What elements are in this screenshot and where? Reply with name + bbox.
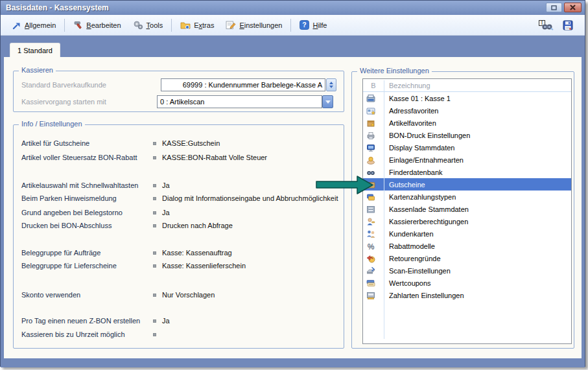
page: Kassieren Standard Barverkaufkunde 69999… — [4, 57, 582, 358]
standard-barverkaufkunde-input[interactable]: 69999 : Kundennummer Barbelege-Kasse A — [161, 78, 325, 91]
info-row: Skonto verwendenNur Vorschlagen — [21, 290, 338, 299]
close-icon — [569, 4, 576, 11]
window-title: Basisdaten - Kassensystem — [6, 3, 109, 12]
spin-down-icon — [329, 86, 333, 88]
titlebar: Basisdaten - Kassensystem — [1, 1, 585, 15]
info-row: Artikel voller Steuersatz BON-RabattKASS… — [21, 153, 338, 162]
column-divider — [384, 80, 384, 339]
app-window: Basisdaten - Kassensystem Allgemein — [0, 0, 585, 367]
bullet-icon — [153, 319, 156, 323]
chevron-down-icon — [325, 100, 331, 104]
bullet-icon — [153, 197, 156, 200]
menu-separator — [64, 19, 65, 32]
bullet-icon — [153, 333, 156, 336]
hammer-icon — [73, 20, 83, 30]
menu-separator — [171, 19, 172, 32]
address-star-icon — [366, 106, 375, 115]
save-icon[interactable] — [563, 20, 573, 30]
list-item-artikelfavoriten[interactable]: Artikelfavoriten — [363, 117, 571, 129]
column-header-b: B — [363, 82, 384, 89]
list-item-kassiererberechtigungen[interactable]: Kassiererberechtigungen — [363, 215, 571, 227]
info-row: Artikel für GutscheineKASSE:Gutschein — [21, 139, 338, 148]
list-item-einlage-entnahmearten[interactable]: Einlage/Entnahmearten — [363, 154, 571, 166]
list-item-kassenlade-stammdaten[interactable]: Kassenlade Stammdaten — [363, 203, 571, 215]
kassiervorgang-dropdown[interactable]: 0 : Artikelscan — [157, 95, 322, 108]
bullet-icon — [153, 224, 156, 227]
tab-standard[interactable]: 1 Standard — [10, 43, 60, 57]
list-header[interactable]: B Bezeichnung — [363, 79, 571, 92]
percent-icon: % — [366, 242, 375, 251]
printer-icon — [366, 131, 375, 140]
info-row: Beleggruppe für LieferscheineKasse: Kass… — [21, 261, 338, 270]
group-kassieren-title: Kassieren — [19, 66, 56, 74]
coin-return-icon — [366, 254, 375, 263]
group-weitere-einstellungen: Weitere Einstellungen B Bezeichnung Kass… — [351, 71, 574, 349]
two-persons-icon — [366, 229, 375, 238]
list-item-kartenzahlungstypen[interactable]: Kartenzahlungstypen — [363, 191, 571, 203]
group-kassieren: Kassieren Standard Barverkaufkunde 69999… — [13, 71, 344, 112]
list-item-finderdatenbank[interactable]: Finderdatenbank — [363, 166, 571, 178]
hand-coin-icon — [366, 156, 375, 165]
settings-list: B Bezeichnung Kasse 01 : Kasse 1 Adressf… — [362, 78, 572, 344]
menu-hilfe[interactable]: ? Hilfe — [294, 17, 333, 32]
bullet-icon — [153, 156, 156, 159]
column-header-bezeichnung: Bezeichnung — [384, 82, 430, 89]
bullet-icon — [153, 264, 156, 268]
menu-tools[interactable]: Tools — [127, 17, 169, 32]
info-row: Pro Tag einen neuen Z-BON erstellenJa — [21, 316, 338, 325]
menu-bearbeiten[interactable]: Bearbeiten — [67, 17, 126, 32]
maximize-button[interactable] — [546, 3, 562, 12]
kasse-icon — [366, 94, 375, 103]
bullet-icon — [153, 251, 156, 255]
spinner-buttons[interactable] — [326, 78, 336, 91]
help-icon: ? — [300, 20, 309, 30]
info-row: Grund angeben bei BelegstornoJa — [21, 208, 338, 217]
info-row: Beleggruppe für AufträgeKasse: Kassenauf… — [21, 248, 338, 257]
list-item-kundenkarten[interactable]: Kundenkarten — [363, 227, 571, 240]
bullet-icon — [153, 142, 156, 145]
register-icon — [366, 291, 375, 300]
info-row: Kassieren bis zu Uhrzeit möglich — [21, 330, 338, 339]
label-standard-barverkaufkunde: Standard Barverkaufkunde — [21, 81, 106, 89]
info-row: Drucken bei BON-AbschlussDrucken nach Ab… — [21, 221, 338, 230]
maximize-icon — [551, 5, 557, 10]
dropdown-button[interactable] — [322, 95, 333, 108]
info-row: Artikelauswahl mit SchnellwahltastenJa — [21, 181, 338, 190]
menu-separator — [290, 19, 291, 32]
arrow-ne-icon — [12, 20, 21, 30]
list-item-retourengruende[interactable]: Retourengründe — [363, 252, 571, 264]
menu-allgemein[interactable]: Allgemein — [6, 17, 62, 32]
label-kassiervorgang-starten: Kassiervorgang starten mit — [21, 98, 106, 106]
list-item-display-stammdaten[interactable]: Display Stammdaten — [363, 141, 571, 154]
list-item-zahlarten-einstellungen[interactable]: Zahlarten Einstellungen — [363, 289, 571, 301]
finder-icon[interactable]: I — [539, 20, 554, 30]
menu-einstellungen[interactable]: Einstellungen — [220, 17, 288, 32]
scanner-icon — [366, 266, 375, 275]
gears-icon — [133, 20, 143, 30]
tab-strip: 1 Standard — [4, 36, 582, 57]
group-info-einstellungen: Info / Einstellungen Artikel für Gutsche… — [13, 124, 344, 349]
form-pencil-icon — [226, 20, 236, 30]
close-button[interactable] — [564, 3, 582, 12]
bullet-icon — [153, 294, 156, 297]
list-item-kasse[interactable]: Kasse 01 : Kasse 1 — [363, 92, 571, 104]
list-item-wertcoupons[interactable]: Wertcoupons — [363, 277, 571, 289]
menubar: Allgemein Bearbeiten Tools E — [1, 15, 585, 36]
svg-text:?: ? — [303, 21, 307, 29]
list-item-adressfavoriten[interactable]: Adressfavoriten — [363, 104, 571, 117]
svg-text:%: % — [368, 242, 375, 251]
drawer-icon — [366, 205, 375, 214]
display-icon — [366, 143, 375, 152]
list-item-scan-einstellungen[interactable]: Scan-Einstellungen — [363, 264, 571, 277]
person-key-icon — [366, 217, 375, 226]
coupon-icon — [366, 279, 375, 288]
list-item-rabattmodelle[interactable]: % Rabattmodelle — [363, 240, 571, 252]
info-row: Beim Parken HinweismeldungDialog mit Inf… — [21, 194, 338, 203]
folder-icon — [180, 20, 191, 30]
pointer-arrow-icon — [314, 174, 379, 197]
pointer-arrow — [314, 174, 379, 197]
menu-extras[interactable]: Extras — [174, 17, 220, 32]
list-item-bon-druck[interactable]: BON-Druck Einstellungen — [363, 129, 571, 141]
list-item-gutscheine[interactable]: Gutscheine — [363, 178, 571, 191]
group-weitere-title: Weitere Einstellungen — [357, 67, 432, 75]
